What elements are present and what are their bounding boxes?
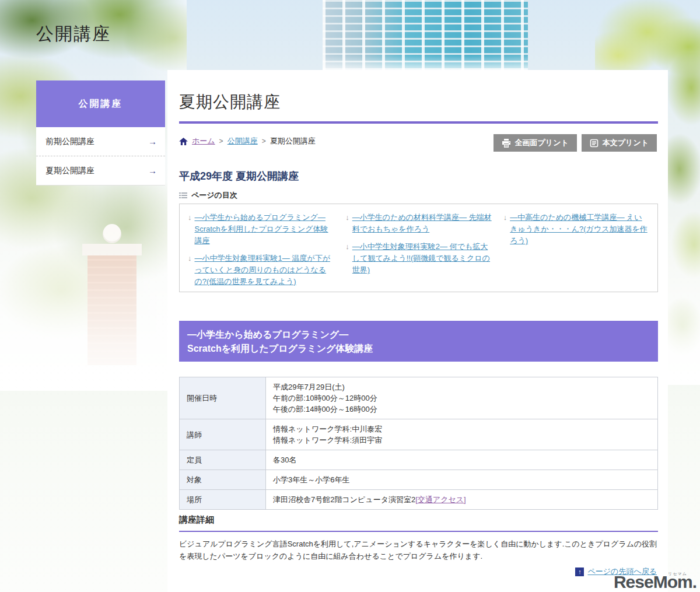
datetime-line: 平成29年7月29日(土) <box>273 381 650 393</box>
body-print-label: 本文プリント <box>603 138 649 148</box>
toc-link-kikai[interactable]: ―中高生のための機械工学講座― えいきゅうきか・・・ん?(ガウス加速器を作ろう) <box>510 212 649 247</box>
arrow-down-icon: ↓ <box>503 212 508 247</box>
row-value: 各30名 <box>266 450 658 470</box>
body-print-button[interactable]: 本文プリント <box>582 134 657 152</box>
toc-link-zairyou[interactable]: ―小学生のための材料科学講座― 先端材料でおもちゃを作ろう <box>352 212 492 235</box>
watermark-ruby: リセマム <box>668 571 687 577</box>
details-underline <box>179 531 658 532</box>
print-buttons: 全画面プリント 本文プリント <box>494 134 657 152</box>
access-link[interactable]: [交通アクセス] <box>415 495 466 504</box>
details-text: ビジュアルプログラミング言語Scratchを利用して,アニメーションするキャラク… <box>179 538 658 562</box>
arrow-right-icon: → <box>148 136 157 146</box>
resemom-watermark: リセマム ReseMom. <box>614 572 696 592</box>
toc-item: ↓ ―中高生のための機械工学講座― えいきゅうきか・・・ん?(ガウス加速器を作ろ… <box>503 212 649 247</box>
table-row-datetime: 開催日時 平成29年7月29日(土) 午前の部:10時00分～12時00分 午後… <box>180 377 658 419</box>
row-label: 定員 <box>180 450 266 470</box>
toc-box: ↓ ―小学生から始めるプログラミング― Scratchを利用したプログラミング体… <box>179 204 658 292</box>
printer-icon <box>502 139 511 148</box>
arrow-up-icon: ↑ <box>575 568 584 576</box>
toc-label-row: ページの目次 <box>179 190 237 201</box>
home-icon <box>179 138 188 145</box>
toc-item: ↓ ―小中学生対象理科実験2― 何でも拡大して観てみよう!!(顕微鏡で観るミクロ… <box>345 241 491 276</box>
toc-column-2: ↓ ―小学生のための材料科学講座― 先端材料でおもちゃを作ろう ↓ ―小中学生対… <box>345 212 491 284</box>
sidebar-item-label: 前期公開講座 <box>46 136 94 147</box>
course-info-table: 開催日時 平成29年7月29日(土) 午前の部:10時00分～12時00分 午後… <box>179 377 658 510</box>
gate-pillar-photo <box>88 254 136 365</box>
document-icon <box>590 139 598 148</box>
place-text: 津田沼校舎7号館2階コンピュータ演習室2 <box>273 495 415 504</box>
row-label: 講師 <box>180 419 266 450</box>
table-row-target: 対象 小学3年生～小学6年生 <box>180 470 658 490</box>
toc-item: ↓ ―小学生のための材料科学講座― 先端材料でおもちゃを作ろう <box>345 212 491 235</box>
lecturer-line: 情報ネットワーク学科:須田宇宙 <box>273 435 650 446</box>
fullscreen-print-label: 全画面プリント <box>515 138 569 148</box>
arrow-down-icon: ↓ <box>188 253 192 288</box>
table-row-lecturer: 講師 情報ネットワーク学科:中川泰宏 情報ネットワーク学科:須田宇宙 <box>180 419 658 450</box>
arrow-right-icon: → <box>148 166 157 176</box>
course-banner: ―小学生から始めるプログラミング― Scratchを利用したプログラミング体験講… <box>179 321 658 362</box>
fullscreen-print-button[interactable]: 全画面プリント <box>494 134 577 152</box>
sidebar-title: 公開講座 <box>36 80 165 127</box>
background-tree-right-strip <box>668 52 700 385</box>
breadcrumb-separator: > <box>262 137 266 145</box>
datetime-line: 午前の部:10時00分～12時00分 <box>273 393 650 404</box>
sidebar-item-label: 夏期公開講座 <box>46 166 94 176</box>
lecturer-line: 情報ネットワーク学科:中川泰宏 <box>273 423 650 435</box>
toc-column-1: ↓ ―小学生から始めるプログラミング― Scratchを利用したプログラミング体… <box>188 212 334 284</box>
row-label: 開催日時 <box>180 377 266 419</box>
arrow-down-icon: ↓ <box>345 241 349 276</box>
details-heading: 講座詳細 <box>179 514 214 526</box>
background-building-photo <box>323 0 528 71</box>
toc-column-3: ↓ ―中高生のための機械工学講座― えいきゅうきか・・・ん?(ガウス加速器を作ろ… <box>503 212 649 284</box>
arrow-down-icon: ↓ <box>188 212 192 247</box>
row-label: 場所 <box>180 490 266 510</box>
row-value: 津田沼校舎7号館2階コンピュータ演習室2[交通アクセス] <box>266 490 658 510</box>
course-banner-line1: ―小学生から始めるプログラミング― <box>187 328 658 342</box>
row-value: 小学3年生～小学6年生 <box>266 470 658 490</box>
page-title: 公開講座 <box>36 22 111 46</box>
breadcrumb: ホーム > 公開講座 > 夏期公開講座 <box>179 136 316 146</box>
breadcrumb-separator: > <box>219 137 223 145</box>
sidebar-item-zenki-kouza[interactable]: 前期公開講座 → <box>36 127 165 156</box>
toc-item: ↓ ―小学生から始めるプログラミング― Scratchを利用したプログラミング体… <box>188 212 334 247</box>
background-trees-left <box>0 0 187 391</box>
breadcrumb-kouza-link[interactable]: 公開講座 <box>228 136 258 146</box>
main-title: 夏期公開講座 <box>179 91 281 113</box>
breadcrumb-current: 夏期公開講座 <box>270 136 316 146</box>
section-title: 平成29年度 夏期公開講座 <box>179 169 299 183</box>
row-value: 平成29年7月29日(土) 午前の部:10時00分～12時00分 午後の部:14… <box>266 377 658 419</box>
sidebar-item-kaki-kouza[interactable]: 夏期公開講座 → <box>36 156 165 185</box>
row-value: 情報ネットワーク学科:中川泰宏 情報ネットワーク学科:須田宇宙 <box>266 419 658 450</box>
toc-label: ページの目次 <box>191 190 237 201</box>
breadcrumb-home-link[interactable]: ホーム <box>192 136 215 146</box>
table-row-capacity: 定員 各30名 <box>180 450 658 470</box>
toc-item: ↓ ―小中学生対象理科実験1― 温度が下がっていくと身の周りのものはどうなるの?… <box>188 253 334 288</box>
toc-link-rika2[interactable]: ―小中学生対象理科実験2― 何でも拡大して観てみよう!!(顕微鏡で観るミクロの世… <box>352 241 492 276</box>
course-banner-line2: Scratchを利用したプログラミング体験講座 <box>187 342 658 356</box>
title-underline <box>179 121 658 124</box>
main-content-panel: 夏期公開講座 ホーム > 公開講座 > 夏期公開講座 全画面プリント 本文プリン… <box>167 70 668 592</box>
table-row-place: 場所 津田沼校舎7号館2階コンピュータ演習室2[交通アクセス] <box>180 490 658 510</box>
list-icon <box>179 192 187 199</box>
datetime-line: 午後の部:14時00分～16時00分 <box>273 404 650 415</box>
toc-link-rika1[interactable]: ―小中学生対象理科実験1― 温度が下がっていくと身の周りのものはどうなるの?(低… <box>195 253 334 288</box>
arrow-down-icon: ↓ <box>345 212 349 235</box>
row-label: 対象 <box>180 470 266 490</box>
sidebar: 公開講座 前期公開講座 → 夏期公開講座 → <box>36 80 165 185</box>
toc-link-programming[interactable]: ―小学生から始めるプログラミング― Scratchを利用したプログラミング体験講… <box>195 212 334 247</box>
